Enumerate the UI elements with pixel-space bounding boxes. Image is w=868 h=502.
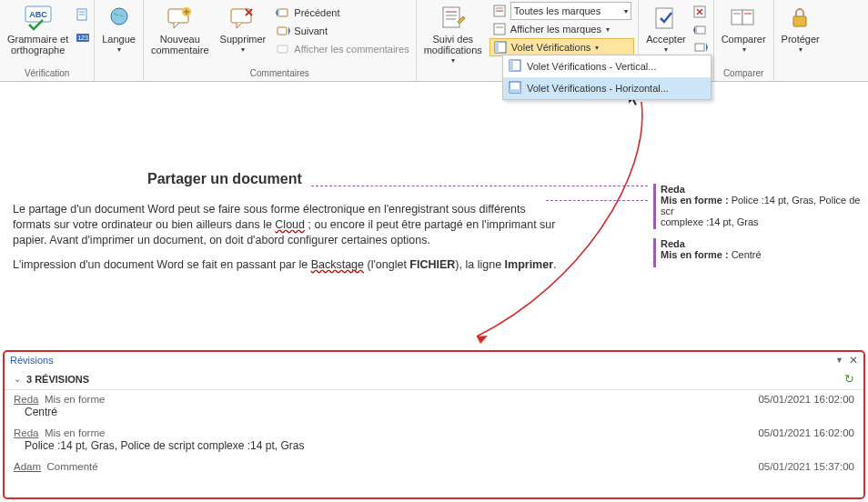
svg-rect-35 <box>510 60 513 71</box>
comment-bar <box>653 238 656 267</box>
svg-rect-30 <box>742 10 753 25</box>
svg-point-7 <box>111 8 127 25</box>
chevron-down-icon: ▾ <box>117 45 121 54</box>
doc-paragraph-1: Le partage d'un document Word peut se fa… <box>13 202 559 248</box>
svg-text:ABC: ABC <box>29 10 47 19</box>
markup-icon <box>492 4 507 18</box>
dropdown-item-horizontal[interactable]: Volet Vérifications - Horizontal... <box>503 77 711 99</box>
next-comment-button[interactable]: Suivant <box>273 22 411 40</box>
compare-icon <box>729 4 758 33</box>
word-count-icon[interactable]: 123 <box>76 30 90 47</box>
revisions-header: Révisions ▼ ✕ <box>5 352 863 368</box>
refresh-icon[interactable]: ↻ <box>844 372 854 386</box>
compare-button[interactable]: Comparer▾ <box>718 2 770 55</box>
revision-timestamp: 05/01/2021 16:02:00 <box>758 427 854 438</box>
prev-comment-button[interactable]: Précédent <box>273 4 411 22</box>
comment-balloon-1[interactable]: Reda Mis en forme : Police :14 pt, Gras,… <box>661 184 868 227</box>
langue-button[interactable]: Langue ▾ <box>98 2 139 55</box>
pane-horizontal-icon <box>509 81 521 95</box>
svg-rect-12 <box>278 27 287 35</box>
svg-rect-27 <box>696 26 705 34</box>
revision-detail: Centré <box>14 406 854 418</box>
group-proteger: Protéger▾ <box>774 0 827 81</box>
prev-change-icon[interactable] <box>693 25 710 38</box>
revisions-list: 05/01/2021 16:02:00Reda Mis en formeCent… <box>5 390 863 477</box>
svg-rect-21 <box>494 24 505 35</box>
revisions-pane: Révisions ▼ ✕ ⌄ 3 RÉVISIONS ↻ 05/01/2021… <box>3 350 865 499</box>
abc-check-icon: ABC <box>24 4 53 33</box>
svg-rect-37 <box>510 89 520 93</box>
reviewing-pane-button[interactable]: Volet Vérifications▾ <box>490 38 634 56</box>
svg-rect-14 <box>443 7 459 27</box>
track-changes-icon <box>439 4 468 33</box>
delete-comment-button[interactable]: Supprimer ▾ <box>217 2 270 55</box>
lock-icon <box>786 4 815 33</box>
doc-paragraph-2: L'impression d'un document Word se fait … <box>13 257 559 273</box>
show-markup-button[interactable]: Afficher les marques▾ <box>490 20 634 38</box>
reviewing-pane-dropdown: Volet Vérifications - Vertical... Volet … <box>502 55 712 100</box>
group-commentaires: Nouveau commentaire Supprimer ▾ Précéden… <box>144 0 417 81</box>
revision-item[interactable]: 05/01/2021 16:02:00Reda Mis en formeCent… <box>5 390 863 424</box>
pane-icon <box>493 40 508 55</box>
svg-rect-24 <box>495 42 499 53</box>
accept-icon <box>651 4 681 33</box>
revision-meta: Reda Mis en forme <box>14 427 854 438</box>
comment-connector <box>311 186 648 186</box>
dropdown-toggle-icon[interactable]: ▼ <box>835 356 843 365</box>
svg-rect-11 <box>278 9 288 16</box>
svg-text:123: 123 <box>77 35 88 41</box>
next-icon <box>276 24 290 38</box>
chevron-down-icon: ▾ <box>451 56 455 65</box>
svg-rect-13 <box>278 45 288 53</box>
revision-timestamp: 05/01/2021 16:02:00 <box>758 394 854 405</box>
comment-bar <box>653 184 656 229</box>
comment-balloon-2[interactable]: Reda Mis en forme : Centré <box>661 238 868 260</box>
chevron-down-icon: ▾ <box>241 45 245 54</box>
revision-detail: Police :14 pt, Gras, Police de script co… <box>14 439 854 452</box>
thesaurus-icon[interactable] <box>76 7 90 25</box>
next-change-icon[interactable] <box>693 42 710 55</box>
svg-rect-29 <box>732 10 742 25</box>
revision-item[interactable]: 05/01/2021 16:02:00Reda Mis en formePoli… <box>5 424 863 457</box>
globe-icon <box>105 4 134 33</box>
revision-item[interactable]: 05/01/2021 15:37:00Adam Commenté <box>5 457 863 477</box>
chevron-down-icon: ⌄ <box>14 374 21 384</box>
svg-rect-33 <box>793 16 806 26</box>
prev-icon <box>276 5 290 20</box>
group-verification: ABC Grammaire et orthographe 123 Vérific… <box>0 0 95 81</box>
ribbon: ABC Grammaire et orthographe 123 Vérific… <box>0 0 868 82</box>
delete-comment-icon <box>228 4 257 33</box>
show-comments-icon <box>276 42 290 56</box>
grammar-button[interactable]: ABC Grammaire et orthographe <box>4 2 72 57</box>
accept-button[interactable]: Accepter▾ <box>642 2 689 55</box>
markup-combo[interactable]: Toutes les marques▾ <box>490 2 634 20</box>
show-markup-icon <box>492 22 507 36</box>
new-comment-icon <box>166 4 195 33</box>
show-comments-button[interactable]: Afficher les commentaires <box>273 40 411 58</box>
pane-vertical-icon <box>509 59 521 74</box>
revision-meta: Adam Commenté <box>14 461 854 472</box>
svg-rect-25 <box>656 8 672 28</box>
comment-connector <box>546 200 648 201</box>
track-changes-button[interactable]: Suivi des modifications▾ <box>420 2 486 66</box>
svg-rect-28 <box>695 44 704 51</box>
dropdown-item-vertical[interactable]: Volet Vérifications - Vertical... <box>503 55 711 77</box>
protect-button[interactable]: Protéger▾ <box>778 2 823 55</box>
close-icon[interactable]: ✕ <box>849 354 858 366</box>
group-langue: Langue ▾ <box>95 0 144 81</box>
reject-icon[interactable] <box>693 5 710 21</box>
new-comment-button[interactable]: Nouveau commentaire <box>147 2 213 57</box>
revision-meta: Reda Mis en forme <box>14 394 854 405</box>
group-comparer: Comparer▾ Comparer <box>714 0 774 81</box>
revisions-count-row[interactable]: ⌄ 3 RÉVISIONS ↻ <box>5 368 863 390</box>
